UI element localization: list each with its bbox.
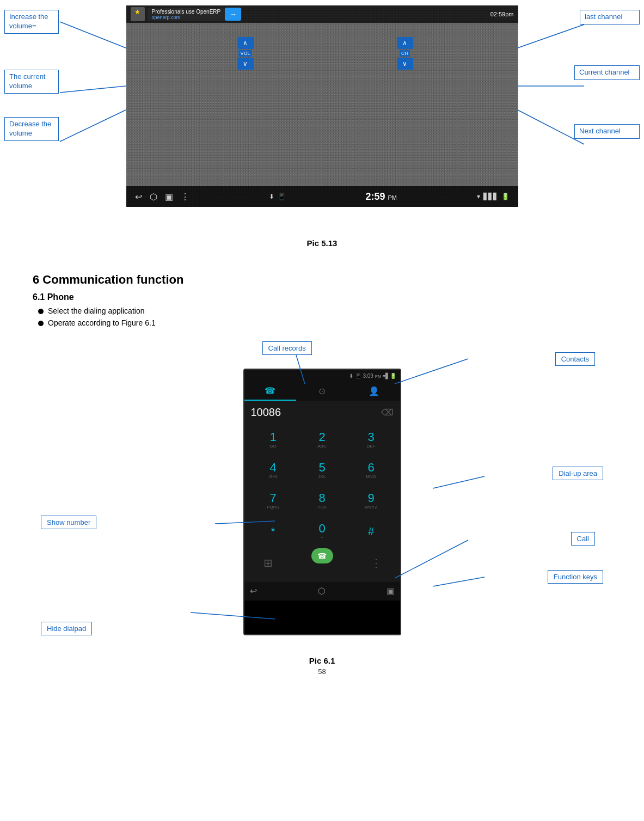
key-2[interactable]: 2 ABC: [303, 425, 342, 455]
key-5[interactable]: 5 JKL: [303, 456, 342, 485]
battery-icon: 🔋: [501, 193, 510, 200]
svg-line-1: [60, 86, 126, 93]
keypad-row-4: * 0 + #: [249, 517, 396, 546]
wifi-icon: ▾: [477, 193, 480, 200]
recents-icon: ▣: [165, 192, 173, 202]
keypad-row-2: 4 GHI 5 JKL 6 MNO: [249, 456, 396, 485]
phone-home-icon[interactable]: ⬡: [318, 586, 326, 596]
tv-star-icon: ★: [131, 8, 145, 16]
key-more[interactable]: ⋮: [357, 548, 396, 578]
bullet-list: Select the dialing application Operate a…: [38, 307, 611, 327]
pic513-caption: Pic 5.13: [0, 238, 644, 248]
svg-line-9: [395, 540, 468, 578]
last-channel-annotation: last channel: [580, 10, 640, 24]
tv-thumbnail: ★: [131, 7, 145, 21]
key-7[interactable]: 7 PQRS: [254, 486, 293, 516]
ch-label: CH: [400, 50, 410, 57]
tv-topbar-left: ★ Professionals use OpenERP openerp.com: [131, 7, 225, 21]
keypad-call-row: ⊞ ☎ ⋮: [249, 548, 396, 578]
bullet-dot-1: [38, 309, 44, 314]
call-button[interactable]: ☎: [311, 548, 333, 563]
key-6[interactable]: 6 MNO: [352, 456, 391, 485]
tv-screen-wrapper: ★ Professionals use OpenERP openerp.com …: [126, 5, 518, 212]
svg-line-10: [433, 577, 484, 586]
phone-number-area: 10086 ⌫: [244, 401, 400, 423]
svg-line-2: [60, 110, 126, 142]
svg-line-0: [60, 22, 126, 48]
signal-icon: ▋▋▋: [483, 193, 498, 200]
key-1[interactable]: 1 GO: [254, 425, 293, 455]
tv-diagram-container: Increase the volume= The current volume …: [0, 5, 644, 234]
call-records-annotation: Call records: [262, 341, 312, 355]
section6-title: 6 Communication function: [33, 273, 611, 287]
keypad-row-3: 7 PQRS 8 TUV 9 WXYZ: [249, 486, 396, 516]
key-hash[interactable]: #: [352, 517, 391, 546]
dial-up-area-annotation: Dial-up area: [553, 467, 603, 480]
tv-arrow-button[interactable]: →: [225, 8, 241, 21]
subsection-title: 6.1 Phone: [33, 292, 611, 302]
tv-nav-icons: ↩ ⬡ ▣ ⋮: [135, 192, 189, 202]
tv-topbar: ★ Professionals use OpenERP openerp.com …: [126, 5, 518, 23]
tv-clock: 2:59 PM: [365, 191, 397, 203]
key-8[interactable]: 8 TUV: [303, 486, 342, 516]
section6: 6 Communication function 6.1 Phone Selec…: [0, 267, 644, 687]
key-9[interactable]: 9 WXYZ: [352, 486, 391, 516]
tv-bottombar: ↩ ⬡ ▣ ⋮ ⬇ 📱 2:59 PM ▾ ▋▋▋: [126, 186, 518, 207]
ch-control: ∧ CH ∨: [397, 37, 413, 70]
page-number: 58: [33, 667, 611, 676]
call-annotation: Call: [571, 532, 595, 546]
ch-down-button[interactable]: ∨: [397, 58, 413, 70]
phone-back-icon[interactable]: ↩: [250, 586, 257, 596]
phone-number-display: 10086: [251, 406, 281, 419]
hide-dialpad-annotation: Hide dialpad: [41, 622, 92, 635]
key-3[interactable]: 3 DEF: [352, 425, 391, 455]
phone-bottom-nav: ↩ ⬡ ▣: [244, 581, 400, 601]
contacts-annotation: Contacts: [555, 352, 595, 366]
phone-diagram-area: Call records Contacts Dial-up area Call …: [33, 336, 611, 652]
key-0[interactable]: 0 +: [303, 517, 342, 546]
vol-label: VOL: [238, 50, 252, 57]
pic513-section: Increase the volume= The current volume …: [0, 0, 644, 267]
ch-up-button[interactable]: ∧: [397, 37, 413, 49]
svg-line-8: [433, 476, 484, 488]
tv-top-time: 02:59pm: [490, 11, 514, 17]
key-4[interactable]: 4 GHI: [254, 456, 293, 485]
function-keys-annotation: Function keys: [548, 570, 603, 584]
decrease-volume-annotation: Decrease the volume: [4, 117, 59, 141]
bullet-dot-2: [38, 321, 44, 326]
tv-status-icons: ▾ ▋▋▋ 🔋: [477, 193, 510, 200]
increase-volume-annotation: Increase the volume=: [4, 10, 59, 34]
vol-down-button[interactable]: ∨: [237, 58, 254, 70]
menu-icon: ⋮: [181, 192, 189, 202]
bullet-item-2: Operate according to Figure 6.1: [38, 318, 611, 327]
key-star[interactable]: *: [254, 517, 293, 546]
vol-up-button[interactable]: ∧: [237, 37, 254, 49]
svg-line-7: [395, 359, 468, 384]
phone-icon: 📱: [278, 193, 286, 200]
download-icon: ⬇: [269, 193, 274, 200]
bullet-text-2: Operate according to Figure 6.1: [48, 318, 156, 327]
tv-title-link: openerp.com: [152, 15, 221, 20]
key-hash-symbol[interactable]: ⊞: [249, 548, 288, 578]
phone-recents-icon[interactable]: ▣: [387, 586, 395, 596]
tv-clock-pm: PM: [388, 194, 397, 201]
phone-tab-dial[interactable]: ☎: [244, 382, 296, 401]
keypad-row-1: 1 GO 2 ABC 3 DEF: [249, 425, 396, 455]
back-icon: ↩: [135, 192, 142, 202]
current-channel-annotation: Current channel: [574, 65, 640, 80]
phone-tabs: ☎ ⊙ 👤: [244, 382, 400, 401]
pic61-caption: Pic 6.1: [33, 656, 611, 665]
home-icon: ⬡: [150, 192, 157, 202]
tv-title-bar: Professionals use OpenERP openerp.com: [148, 8, 225, 21]
phone-delete-button[interactable]: ⌫: [381, 407, 394, 418]
tv-bottom-center: ⬇ 📱: [269, 193, 286, 200]
current-volume-annotation: The current volume: [4, 70, 59, 94]
phone-status-icons: ⬇ 📱 3:09 PM ▾▋🔋: [349, 373, 397, 379]
phone-tab-contacts[interactable]: 👤: [348, 382, 400, 401]
phone-tab-clock[interactable]: ⊙: [296, 382, 348, 401]
svg-line-3: [518, 24, 584, 48]
show-number-annotation: Show number: [41, 516, 96, 529]
bullet-text-1: Select the dialing application: [48, 307, 144, 315]
tv-body: ★ Professionals use OpenERP openerp.com …: [126, 5, 518, 207]
vol-control: ∧ VOL ∨: [237, 37, 254, 70]
